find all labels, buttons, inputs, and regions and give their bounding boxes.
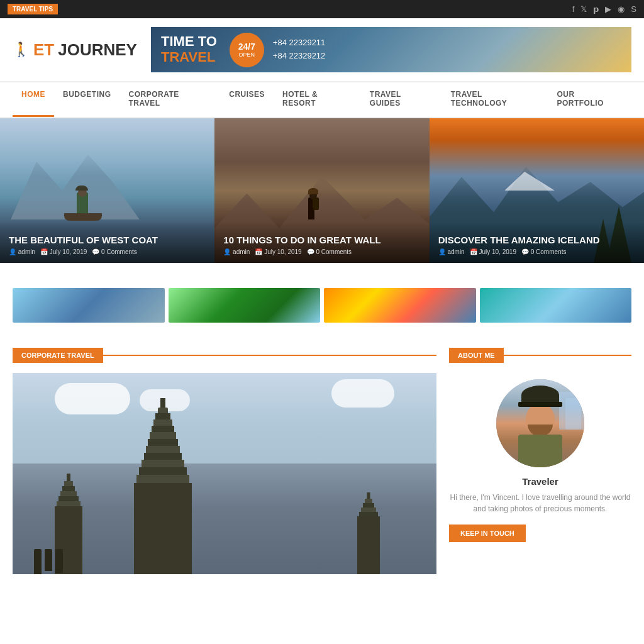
hero-comments-1: 💬 0 Comments xyxy=(92,248,136,255)
hero-overlay-3: DISCOVER THE AMAZING ICELAND 👤 admin 📅 J… xyxy=(430,222,644,263)
top-bar: TRAVEL TIPS f 𝕏 𝗽 ▶ ◉ S xyxy=(0,0,644,18)
nav-home[interactable]: HOME xyxy=(13,82,54,117)
nav-travel-guides[interactable]: TRAVEL GUIDES xyxy=(361,82,442,117)
left-column: CORPORATE TRAVEL xyxy=(13,348,436,574)
corporate-travel-badge: CORPORATE TRAVEL xyxy=(13,348,103,363)
twitter-icon[interactable]: 𝕏 xyxy=(580,4,587,14)
hero-comments-2: 💬 0 Comments xyxy=(307,248,352,255)
hero-author-1: 👤 admin xyxy=(9,248,35,255)
hero-title-1: THE BEAUTIFUL OF WEST COAT xyxy=(9,235,206,245)
hero-title-3: DISCOVER THE AMAZING ICELAND xyxy=(438,235,635,245)
hero-author-3: 👤 admin xyxy=(438,248,465,255)
about-name: Traveler xyxy=(449,476,631,487)
logo-icon: 🚶 xyxy=(13,42,30,58)
banner-line1: TIME TO xyxy=(161,34,217,49)
pinterest-icon[interactable]: 𝗽 xyxy=(593,4,599,14)
hero-item-1[interactable]: THE BEAUTIFUL OF WEST COAT 👤 admin 📅 Jul… xyxy=(0,118,214,263)
hero-title-2: 10 THINGS TO DO IN GREAT WALL xyxy=(223,235,420,245)
hero-date-1: 📅 July 10, 2019 xyxy=(40,248,87,255)
travel-tips-badge: TRAVEL TIPS xyxy=(8,4,58,14)
logo[interactable]: 🚶 ET JOURNEY xyxy=(13,40,138,60)
banner-line2: TRAVEL xyxy=(161,49,217,65)
article-main-image[interactable] xyxy=(13,373,436,574)
hero-item-2[interactable]: 10 THINGS TO DO IN GREAT WALL 👤 admin 📅 … xyxy=(214,118,429,263)
skype-icon[interactable]: S xyxy=(631,4,636,14)
hero-grid: THE BEAUTIFUL OF WEST COAT 👤 admin 📅 Jul… xyxy=(0,118,644,263)
logo-journey: JOURNEY xyxy=(58,40,137,60)
thumb-2[interactable] xyxy=(169,288,321,323)
logo-et: ET xyxy=(33,40,54,60)
nav-our-portfolio[interactable]: OUR PORTFOLIO xyxy=(548,82,631,117)
nav-corporate-travel[interactable]: CORPORATE TRAVEL xyxy=(120,82,221,117)
thumb-1[interactable] xyxy=(13,288,165,323)
hero-meta-1: 👤 admin 📅 July 10, 2019 💬 0 Comments xyxy=(9,248,206,255)
hero-author-2: 👤 admin xyxy=(223,248,250,255)
about-me-badge: ABOUT ME xyxy=(449,348,504,363)
section-line-left xyxy=(103,355,436,356)
avatar xyxy=(496,379,584,467)
main-nav: HOME BUDGETING CORPORATE TRAVEL CRUISES … xyxy=(0,81,644,118)
facebook-icon[interactable]: f xyxy=(572,4,575,14)
thumb-3[interactable] xyxy=(324,288,476,323)
hero-meta-3: 👤 admin 📅 July 10, 2019 💬 0 Comments xyxy=(438,248,635,255)
hero-overlay-2: 10 THINGS TO DO IN GREAT WALL 👤 admin 📅 … xyxy=(214,222,429,263)
instagram-icon[interactable]: ◉ xyxy=(618,4,625,14)
about-bio: Hi there, I'm Vincent. I love travelling… xyxy=(449,492,631,514)
corporate-travel-header: CORPORATE TRAVEL xyxy=(13,348,436,363)
avatar-container xyxy=(449,379,631,467)
social-icons: f 𝕏 𝗽 ▶ ◉ S xyxy=(572,4,636,14)
main-content: CORPORATE TRAVEL xyxy=(0,335,644,574)
banner-text: TIME TO TRAVEL xyxy=(161,34,217,65)
hero-comments-3: 💬 0 Comments xyxy=(521,248,566,255)
header: 🚶 ET JOURNEY TIME TO TRAVEL 24/7 OPEN +8… xyxy=(0,18,644,81)
banner-phone: +84 22329211 +84 22329212 xyxy=(273,36,326,63)
right-column: ABOUT ME xyxy=(449,348,631,574)
nav-budgeting[interactable]: BUDGETING xyxy=(54,82,120,117)
nav-travel-technology[interactable]: TRAVEL TECHNOLOGY xyxy=(442,82,548,117)
keep-in-touch-button[interactable]: KEEP IN TOUCH xyxy=(449,525,526,542)
banner: TIME TO TRAVEL 24/7 OPEN +84 22329211 +8… xyxy=(151,27,631,72)
youtube-icon[interactable]: ▶ xyxy=(605,4,611,14)
about-me-header: ABOUT ME xyxy=(449,348,631,363)
thumbnail-row xyxy=(0,263,644,335)
thumb-4[interactable] xyxy=(480,288,632,323)
hero-date-2: 📅 July 10, 2019 xyxy=(255,248,301,255)
hero-meta-2: 👤 admin 📅 July 10, 2019 💬 0 Comments xyxy=(223,248,420,255)
about-me-card: Traveler Hi there, I'm Vincent. I love t… xyxy=(449,373,631,548)
nav-cruises[interactable]: CRUISES xyxy=(220,82,274,117)
nav-hotel-resort[interactable]: HOTEL & RESORT xyxy=(274,82,361,117)
hero-overlay-1: THE BEAUTIFUL OF WEST COAT 👤 admin 📅 Jul… xyxy=(0,222,214,263)
banner-badge: 24/7 OPEN xyxy=(230,33,264,67)
section-line-right xyxy=(504,355,631,356)
hero-date-3: 📅 July 10, 2019 xyxy=(470,248,516,255)
hero-item-3[interactable]: DISCOVER THE AMAZING ICELAND 👤 admin 📅 J… xyxy=(430,118,644,263)
